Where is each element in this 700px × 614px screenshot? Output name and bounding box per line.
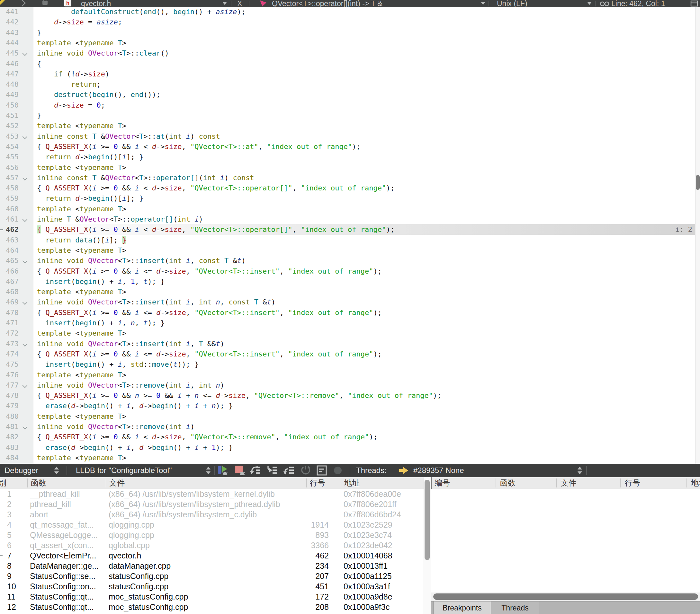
line-number[interactable]: 441 [0, 7, 18, 17]
code-line-443[interactable]: 443} [0, 27, 700, 38]
right-column-header-address[interactable]: 地址 [691, 477, 700, 489]
line-number[interactable]: 452 [0, 120, 18, 131]
line-number[interactable]: 465 [0, 255, 18, 266]
stack-frame-row-5[interactable]: 5QMessageLogge...qlogging.cpp8930x1023e3… [0, 530, 424, 540]
line-number[interactable]: 466 [0, 266, 18, 277]
code-text[interactable]: { Q_ASSERT_X(i >= 0 && i < d->size, "QVe… [37, 141, 361, 152]
code-line-467[interactable]: 467 insert(begin() + i, 1, t); } [0, 276, 700, 287]
code-text[interactable]: template <typename T> [37, 38, 126, 48]
column-header-address[interactable]: 地址 [344, 477, 360, 489]
code-text[interactable]: d->size = asize; [37, 17, 122, 27]
code-line-472[interactable]: 472template <typename T> [0, 328, 700, 338]
line-ending-dropdown[interactable]: Unix (LF) [497, 0, 527, 7]
fold-chevron-icon[interactable] [23, 383, 28, 388]
code-line-473[interactable]: 473inline void QVector<T>::insert(int i,… [0, 338, 700, 349]
code-line-479[interactable]: 479 erase(d->begin() + i, d->begin() + i… [0, 400, 700, 411]
code-text[interactable]: inline void QVector<T>::insert(int i, T … [37, 338, 224, 349]
code-line-463[interactable]: 463 return data()[i]; } [0, 235, 700, 245]
call-stack-list[interactable]: 1__pthread_kill(x86_64) /usr/lib/system/… [0, 489, 424, 614]
code-text[interactable]: template <typename T> [37, 411, 126, 422]
code-line-462[interactable]: i: 2462{ Q_ASSERT_X(i >= 0 && i < d->siz… [0, 224, 700, 235]
column-header-line[interactable]: 行号 [310, 477, 325, 489]
code-line-449[interactable]: 449 destruct(begin(), end()); [0, 89, 700, 100]
code-text[interactable]: { Q_ASSERT_X(i >= 0 && i < d->size, "QVe… [37, 183, 395, 193]
code-line-452[interactable]: 452template <typename T> [0, 120, 700, 131]
breakpoints-panel-body[interactable] [431, 489, 700, 592]
code-line-458[interactable]: 458{ Q_ASSERT_X(i >= 0 && i < d->size, "… [0, 183, 700, 193]
symbol-dropdown-caret-icon[interactable] [481, 2, 485, 5]
fold-chevron-icon[interactable] [23, 341, 28, 346]
column-header-level[interactable]: 级别 [0, 477, 7, 489]
line-number[interactable]: 467 [0, 276, 18, 287]
breakpoints-horizontal-scrollbar[interactable] [431, 592, 700, 601]
breakpoints-scrollbar-thumb[interactable] [433, 593, 698, 600]
tab-breakpoints[interactable]: Breakpoints [433, 601, 491, 614]
encoding-dropdown-caret-icon[interactable] [587, 2, 592, 5]
code-line-445[interactable]: 445inline void QVector<T>::clear() [0, 48, 700, 59]
code-text[interactable]: erase(d->begin() + i, d->begin() + i + n… [37, 400, 233, 411]
stack-frame-row-3[interactable]: 3abort(x86_64) /usr/lib/system/libsystem… [0, 509, 424, 520]
line-number[interactable]: 462 [0, 224, 18, 235]
code-line-460[interactable]: 460template <typename T> [0, 204, 700, 214]
code-text[interactable]: inline T &QVector<T>::operator[](int i) [37, 214, 203, 225]
code-line-471[interactable]: 471 insert(begin() + i, n, t); } [0, 318, 700, 328]
code-text[interactable]: template <typename T> [37, 452, 126, 463]
code-line-476[interactable]: 476template <typename T> [0, 370, 700, 380]
line-number[interactable]: 456 [0, 162, 18, 173]
line-number[interactable]: 460 [0, 204, 18, 214]
code-text[interactable]: return d->begin()[i]; } [37, 152, 143, 162]
line-number[interactable]: 443 [0, 27, 18, 38]
line-number[interactable]: 484 [0, 452, 18, 463]
line-number[interactable]: 480 [0, 411, 18, 422]
line-number[interactable]: 464 [0, 245, 18, 256]
line-number[interactable]: 450 [0, 100, 18, 111]
code-text[interactable]: inline void QVector<T>::insert(int i, co… [37, 255, 246, 266]
code-line-464[interactable]: 464template <typename T> [0, 245, 700, 256]
split-editor-icon[interactable] [690, 0, 698, 7]
code-editor[interactable]: 441 defaultConstruct(end(), begin() + as… [0, 7, 700, 464]
code-line-465[interactable]: 465inline void QVector<T>::insert(int i,… [0, 255, 700, 266]
code-line-442[interactable]: 442 d->size = asize; [0, 17, 700, 27]
stack-frame-row-6[interactable]: 6qt_assert_x(con...qglobal.cpp33660x1023… [0, 540, 424, 550]
code-line-468[interactable]: 468template <typename T> [0, 286, 700, 297]
line-number[interactable]: 457 [0, 172, 18, 183]
line-number[interactable]: 479 [0, 400, 18, 411]
code-line-474[interactable]: 474{ Q_ASSERT_X(i >= 0 && i <= d->size, … [0, 349, 700, 359]
restart-icon[interactable] [300, 465, 312, 476]
line-number[interactable]: 458 [0, 183, 18, 193]
right-column-header-file[interactable]: 文件 [561, 477, 576, 489]
code-line-475[interactable]: 475 insert(begin() + i, std::move(t)); } [0, 359, 700, 370]
line-number[interactable]: 476 [0, 370, 18, 380]
line-number[interactable]: 474 [0, 349, 18, 359]
line-number[interactable]: 482 [0, 432, 18, 442]
line-number[interactable]: 459 [0, 193, 18, 204]
code-text[interactable]: { Q_ASSERT_X(i >= 0 && i < d->size, "QVe… [37, 432, 378, 442]
code-line-448[interactable]: 448 return; [0, 79, 700, 90]
code-line-447[interactable]: 447 if (!d->size) [0, 69, 700, 79]
fold-chevron-icon[interactable] [23, 176, 28, 181]
stack-frame-row-8[interactable]: 8DataManager::ge...dataManager.cpp2340x1… [0, 561, 424, 571]
current-symbol-dropdown[interactable]: QVector<T>::operator[](int) -> T & [272, 0, 383, 7]
stack-frame-row-12[interactable]: 12StatusConfig::qt...moc_statusConfig.cp… [0, 602, 424, 612]
line-number[interactable]: 454 [0, 141, 18, 152]
fold-chevron-icon[interactable] [23, 258, 28, 264]
step-over-icon[interactable] [249, 465, 262, 476]
line-number[interactable]: 468 [0, 286, 18, 297]
stack-frame-row-2[interactable]: 2pthread_kill(x86_64) /usr/lib/system/li… [0, 499, 424, 509]
step-into-icon[interactable] [266, 465, 278, 476]
line-number[interactable]: 442 [0, 17, 18, 27]
code-line-480[interactable]: 480template <typename T> [0, 411, 700, 422]
fold-chevron-icon[interactable] [23, 51, 28, 56]
editor-scrollbar-thumb[interactable] [696, 175, 700, 190]
code-text[interactable]: { Q_ASSERT_X(i >= 0 && n >= 0 && i + n <… [37, 390, 441, 401]
code-text[interactable]: defaultConstruct(end(), begin() + asize)… [37, 7, 246, 17]
line-number[interactable]: 445 [0, 48, 18, 59]
thread-selector[interactable]: #289357 None [413, 464, 464, 477]
code-line-483[interactable]: 483 erase(d->begin() + i, d->begin() + i… [0, 442, 700, 453]
stack-frame-row-9[interactable]: 9StatusConfig::se...statusConfig.cpp2070… [0, 571, 424, 581]
stack-frame-row-10[interactable]: 10StatusConfig::on...statusConfig.cpp451… [0, 581, 424, 591]
line-number[interactable]: 444 [0, 38, 18, 48]
fold-chevron-icon[interactable] [23, 217, 28, 222]
forward-arrow-icon[interactable] [19, 0, 26, 7]
fold-chevron-icon[interactable] [23, 134, 28, 139]
